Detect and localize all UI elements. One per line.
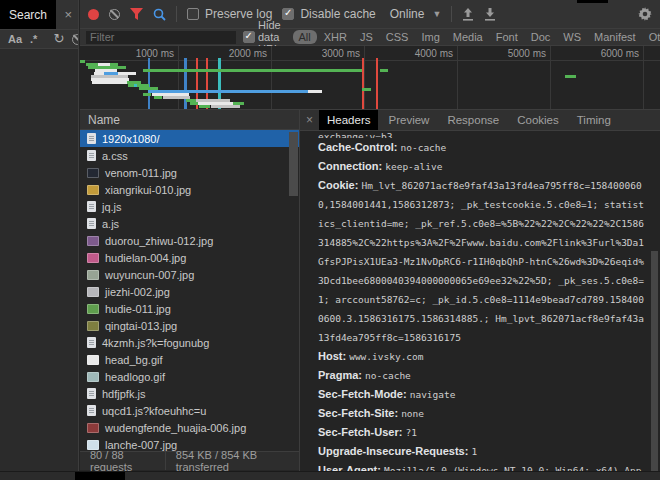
import-har-icon[interactable]: [462, 8, 474, 21]
match-case-button[interactable]: Aa: [8, 33, 22, 45]
export-har-icon[interactable]: [484, 8, 496, 21]
details-scrollbar[interactable]: [651, 251, 658, 476]
ruler-tick-label: 1000 ms: [136, 48, 178, 59]
request-name: xiangrikui-010.jpg: [105, 184, 191, 196]
image-thumbnail-icon: [87, 253, 99, 263]
header-value: 1: [471, 446, 477, 457]
clear-search-icon[interactable]: [72, 34, 78, 45]
ruler-gridline: [643, 46, 644, 109]
load-event-line: [362, 58, 364, 109]
header-name: Sec-Fetch-Site:: [318, 407, 401, 419]
request-row[interactable]: hudie-011.jpg: [80, 300, 299, 317]
request-details-panel: × HeadersPreviewResponseCookiesTiming xm…: [300, 110, 660, 478]
image-thumbnail-icon: [87, 270, 99, 280]
filter-chip-media[interactable]: Media: [447, 30, 489, 44]
filter-chip-manifest[interactable]: Manifest: [588, 30, 642, 44]
request-row[interactable]: venom-011.jpg: [80, 164, 299, 181]
request-row[interactable]: duorou_zhiwu-012.jpg: [80, 232, 299, 249]
network-overview[interactable]: 1000 ms2000 ms3000 ms4000 ms5000 ms6000 …: [80, 46, 660, 110]
top-black-strip: [577, 0, 608, 3]
filter-chip-other[interactable]: Other: [643, 30, 660, 44]
filter-chip-font[interactable]: Font: [490, 30, 524, 44]
record-button[interactable]: [88, 9, 99, 20]
request-name: hudielan-004.jpg: [105, 252, 186, 264]
filter-chip-ws[interactable]: WS: [557, 30, 587, 44]
request-name: jiezhi-002.jpg: [105, 286, 170, 298]
ruler-gridline: [550, 46, 551, 109]
clear-requests-icon[interactable]: [109, 9, 120, 20]
request-row[interactable]: hudielan-004.jpg: [80, 249, 299, 266]
request-name: lanche-007.jpg: [105, 439, 177, 451]
headers-content[interactable]: xml;q=0.9,image/webp,image/apng,*/*;q=0.…: [300, 131, 660, 478]
request-row[interactable]: wuyuncun-007.jpg: [80, 266, 299, 283]
request-row[interactable]: jiezhi-002.jpg: [80, 283, 299, 300]
filter-chip-doc[interactable]: Doc: [525, 30, 557, 44]
network-filter-bar: Hide data URLs AllXHRJSCSSImgMediaFontDo…: [80, 29, 660, 46]
header-entry: Upgrade-Insecure-Requests: 1: [318, 442, 646, 461]
header-entry: Cache-Control: no-cache: [318, 138, 646, 157]
header-value: navigate: [410, 389, 456, 400]
document-icon: [87, 337, 96, 348]
network-body: Name 1920x1080/a.cssvenom-011.jpgxiangri…: [80, 110, 660, 478]
request-row[interactable]: headlogo.gif: [80, 368, 299, 385]
filter-funnel-icon[interactable]: [130, 8, 143, 20]
request-name: 4kzmh.js?k=fogunubg: [102, 337, 209, 349]
request-row[interactable]: 4kzmh.js?k=fogunubg: [80, 334, 299, 351]
close-search-icon[interactable]: ×: [64, 7, 72, 22]
request-row[interactable]: a.js: [80, 215, 299, 232]
throttling-select[interactable]: Online: [390, 7, 425, 21]
tab-preview[interactable]: Preview: [380, 110, 437, 130]
request-row[interactable]: wudengfende_huajia-006.jpg: [80, 419, 299, 436]
filter-chip-all[interactable]: All: [293, 30, 317, 44]
tab-search[interactable]: Search: [0, 0, 56, 29]
request-row[interactable]: lanche-007.jpg: [80, 436, 299, 451]
hide-data-urls-checkbox[interactable]: [243, 31, 255, 43]
preserve-log-checkbox[interactable]: [187, 8, 199, 20]
filter-chip-xhr[interactable]: XHR: [318, 30, 353, 44]
header-entry: Sec-Fetch-User: ?1: [318, 423, 646, 442]
request-row[interactable]: 1920x1080/: [80, 130, 299, 147]
close-details-icon[interactable]: ×: [302, 113, 317, 127]
clipped-header-line: xml;q=0.9,image/webp,image/apng,*/*;q=0.…: [318, 131, 646, 138]
search-tab-label: Search: [9, 8, 47, 22]
tab-headers[interactable]: Headers: [319, 110, 378, 130]
refresh-icon[interactable]: ↻: [53, 34, 64, 44]
search-icon[interactable]: [153, 8, 166, 21]
name-column-header[interactable]: Name: [80, 110, 299, 130]
image-thumbnail-icon: [87, 304, 99, 314]
request-row[interactable]: a.css: [80, 147, 299, 164]
request-name: a.css: [102, 150, 128, 162]
header-name: Host:: [318, 350, 349, 362]
document-icon: [87, 388, 96, 399]
tab-cookies[interactable]: Cookies: [509, 110, 567, 130]
filter-chip-css[interactable]: CSS: [380, 30, 415, 44]
header-value: keep-alive: [385, 161, 442, 172]
chevron-down-icon[interactable]: ▼: [432, 9, 441, 19]
ruler-tick-label: 4000 ms: [415, 48, 457, 59]
filter-input[interactable]: [86, 31, 236, 44]
request-row[interactable]: xiangrikui-010.jpg: [80, 181, 299, 198]
header-value: no-cache: [365, 370, 411, 381]
request-name: head_bg.gif: [105, 354, 163, 366]
filter-chip-img[interactable]: Img: [415, 30, 445, 44]
settings-gear-icon[interactable]: [638, 7, 652, 21]
request-row[interactable]: hdfjpfk.js: [80, 385, 299, 402]
image-thumbnail-icon: [87, 168, 99, 178]
waterfall-bar: [92, 81, 128, 84]
tab-timing[interactable]: Timing: [569, 110, 619, 130]
regex-button[interactable]: .*: [30, 33, 37, 45]
document-icon: [87, 150, 96, 161]
request-row[interactable]: uqcd1.js?kfoeuhhc=u: [80, 402, 299, 419]
filter-chip-js[interactable]: JS: [354, 30, 379, 44]
header-name: Pragma:: [318, 369, 365, 381]
tab-response[interactable]: Response: [439, 110, 507, 130]
request-row[interactable]: head_bg.gif: [80, 351, 299, 368]
requests-scrollbar[interactable]: [289, 132, 298, 196]
request-row[interactable]: jq.js: [80, 198, 299, 215]
image-thumbnail-icon: [87, 423, 99, 433]
header-entry: Sec-Fetch-Mode: navigate: [318, 385, 646, 404]
request-row[interactable]: qingtai-013.jpg: [80, 317, 299, 334]
disable-cache-checkbox[interactable]: [282, 8, 294, 20]
document-icon: [87, 133, 96, 144]
header-name: Upgrade-Insecure-Requests:: [318, 445, 471, 457]
